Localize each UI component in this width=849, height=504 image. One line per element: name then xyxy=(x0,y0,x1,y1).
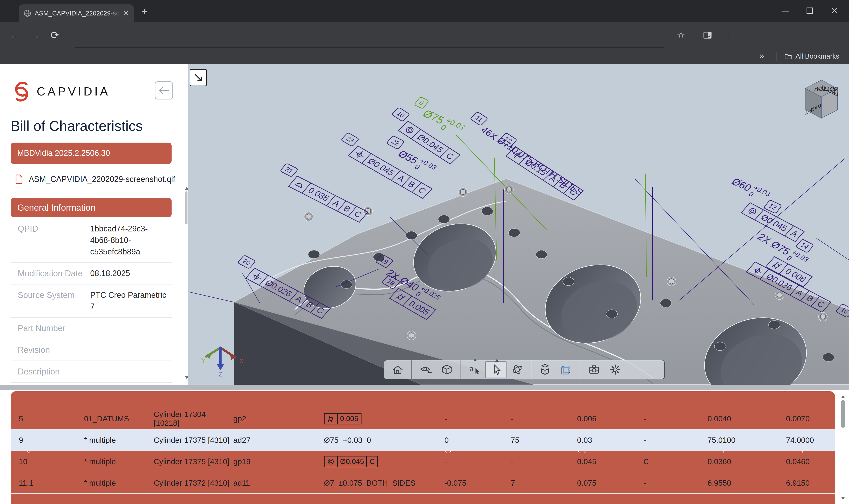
cell-minus: 0 xyxy=(445,436,511,445)
info-value: 1bbcad74-29c3-4b68-8b10-c535efc8b89a xyxy=(90,223,152,257)
orbit-icon xyxy=(511,363,524,376)
select-annotation-button[interactable]: a xyxy=(464,361,485,378)
tab-close-icon[interactable]: ✕ xyxy=(123,10,129,17)
new-tab-button[interactable]: + xyxy=(142,7,148,16)
shaded-view-button[interactable] xyxy=(436,361,457,378)
sidebar-scrollbar[interactable] xyxy=(185,187,188,379)
browser-tab[interactable]: ASM_CAPVIDIA_2202029-scree ✕ xyxy=(19,4,134,22)
capvidia-logo-icon xyxy=(11,79,32,103)
exploded-cube-icon xyxy=(539,363,552,376)
section-general-information[interactable]: General Information xyxy=(11,198,171,217)
info-label: Modification Date xyxy=(11,268,90,279)
info-row-source-system: Source System PTC Creo Parametric 7 xyxy=(11,285,171,318)
info-label: Description xyxy=(11,366,90,377)
gdt-datum: C xyxy=(366,456,377,467)
cell-tag: 5 xyxy=(19,414,84,423)
bookmark-star-icon[interactable]: ☆ xyxy=(674,22,688,48)
table-scrollbar[interactable] xyxy=(838,391,848,503)
cell-drf: C xyxy=(644,457,707,466)
section-view-button[interactable] xyxy=(556,361,577,378)
back-icon[interactable]: ← xyxy=(8,22,22,48)
cell-plus: 0.006 xyxy=(577,414,644,423)
axis-z-label: Z xyxy=(218,371,222,377)
panel-resize-handle[interactable] xyxy=(0,385,849,390)
scrollbar-thumb[interactable] xyxy=(185,191,187,224)
screenshot-button[interactable] xyxy=(583,361,605,378)
expand-view-button[interactable] xyxy=(190,69,207,86)
table-row[interactable]: 11.1 * multiple Cylinder 17372 [4310] ad… xyxy=(11,472,835,494)
info-value xyxy=(90,366,166,377)
settings-button[interactable] xyxy=(605,361,626,378)
select-text-icon: a xyxy=(468,363,481,376)
home-view-button[interactable] xyxy=(387,361,408,378)
concentricity-symbol-icon xyxy=(325,456,337,467)
cell-annotation: ad11 xyxy=(233,479,324,487)
all-bookmarks-button[interactable]: All Bookmarks xyxy=(784,49,839,64)
cell-plus: 0.045 xyxy=(577,457,644,466)
info-row-description: Description xyxy=(11,361,171,383)
cylindricity-symbol-icon xyxy=(325,414,337,424)
expand-arrow-icon xyxy=(194,73,203,83)
info-value xyxy=(90,344,166,356)
cell-minus: - xyxy=(445,414,511,423)
info-value xyxy=(90,323,166,334)
cell-nominal: 75 xyxy=(511,436,577,445)
cursor-icon xyxy=(489,363,502,376)
forward-icon[interactable]: → xyxy=(28,22,41,48)
version-badge[interactable]: MBDVidia 2025.2.2506.30 xyxy=(11,143,171,164)
cell-drf: - xyxy=(644,479,707,487)
gdt-frame: 0.006 xyxy=(324,413,361,425)
cell-sample2: 0.0070 xyxy=(786,414,835,423)
collapse-panel-button[interactable] xyxy=(155,82,173,100)
explode-view-button[interactable] xyxy=(535,361,556,378)
window-maximize-icon[interactable] xyxy=(807,7,813,14)
cell-saved-view: * multiple xyxy=(84,436,153,445)
orbit-button[interactable] xyxy=(507,361,528,378)
info-value: PTC Creo Parametric 7 xyxy=(90,289,166,312)
scroll-up-icon[interactable] xyxy=(841,395,845,398)
cad-model[interactable] xyxy=(188,64,849,385)
cell-sample1: 6.9550 xyxy=(707,479,786,487)
document-icon xyxy=(15,174,23,184)
table-row[interactable]: 5 01_DATUMS Cylinder 17304 [10218] gp2 0… xyxy=(11,408,835,430)
arrow-left-icon xyxy=(159,87,169,94)
cell-saved-view: * multiple xyxy=(84,479,153,487)
window-close-icon[interactable] xyxy=(831,7,838,14)
cell-plus: 0.075 xyxy=(577,479,644,487)
axis-triad: Y X Z xyxy=(197,339,246,377)
qif-file-item[interactable]: ASM_CAPVIDIA_2202029-screenshot.qif xyxy=(15,174,175,184)
brand-name: CAPVIDIA xyxy=(37,85,110,98)
cell-minus: - xyxy=(445,457,511,466)
cell-feature: Cylinder 17375 [4310] xyxy=(153,457,233,466)
scroll-down-icon[interactable] xyxy=(841,497,845,500)
cell-feature: Cylinder 17304 [10218] xyxy=(153,410,233,428)
info-label: QPID xyxy=(11,223,90,257)
gdt-tolerance: Ø0.045 xyxy=(337,456,366,467)
table-row[interactable]: 10 * multiple Cylinder 17375 [4310] gp19… xyxy=(11,451,835,472)
all-bookmarks-label: All Bookmarks xyxy=(795,52,839,60)
cell-annotation: gp2 xyxy=(233,414,324,423)
gdt-tolerance: 0.006 xyxy=(337,414,361,424)
viewer-3d[interactable]: BOTTOM RIGHT FRONT Y X Z 21 0.035ABC 23 … xyxy=(188,64,849,385)
cell-nominal: - xyxy=(511,457,577,466)
scrollbar-thumb[interactable] xyxy=(841,400,845,428)
select-button[interactable] xyxy=(485,361,507,378)
section-cube-icon xyxy=(560,363,573,376)
overflow-chevrons-icon[interactable]: » xyxy=(759,51,764,60)
window-minimize-icon[interactable] xyxy=(781,11,789,12)
reload-icon[interactable]: ⟳ xyxy=(48,22,61,48)
side-panel-icon[interactable] xyxy=(703,31,712,40)
cell-sample1: 0.0360 xyxy=(707,457,786,466)
folder-icon xyxy=(784,53,792,59)
cell-annotation: gp19 xyxy=(233,457,324,466)
cell-saved-view: 01_DATUMS xyxy=(84,414,153,423)
cell-sample1: 75.0100 xyxy=(707,436,786,445)
tab-title: ASM_CAPVIDIA_2202029-scree xyxy=(35,10,120,17)
visibility-options-button[interactable] xyxy=(415,361,436,378)
cell-sample2: 0.0460 xyxy=(786,457,835,466)
boc-table-panel: Tag Saved View Feature Name Annotation N… xyxy=(0,390,849,504)
info-label: Revision xyxy=(11,344,90,356)
sidebar: CAPVIDIA Bill of Characteristics MBDVidi… xyxy=(0,64,188,385)
view-cube[interactable]: BOTTOM RIGHT FRONT xyxy=(802,77,840,124)
table-row-selected[interactable]: 9 * multiple Cylinder 17375 [4310] ad27 … xyxy=(11,430,835,451)
